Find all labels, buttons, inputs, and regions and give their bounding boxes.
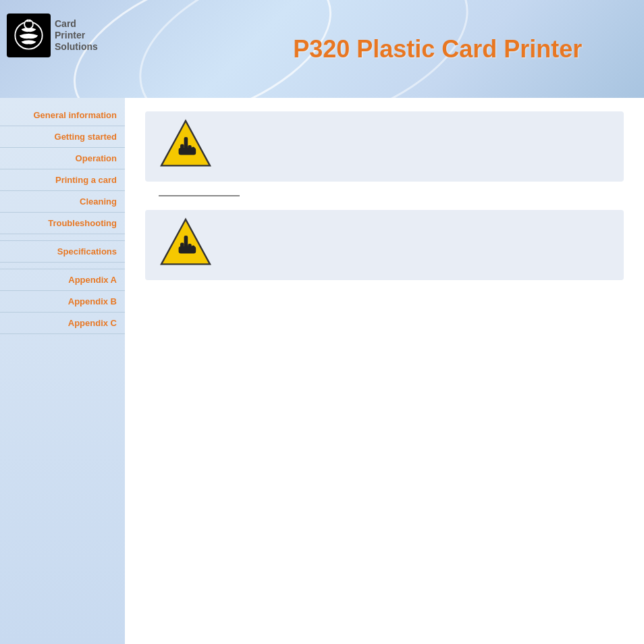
svg-rect-9	[179, 148, 196, 155]
sidebar-spacer	[0, 234, 125, 241]
warning-box-1	[145, 111, 624, 182]
zebra-logo-svg	[10, 17, 47, 54]
sidebar-item-appendix-c[interactable]: Appendix C	[0, 313, 125, 334]
logo-line3: Solutions	[55, 41, 98, 53]
svg-rect-15	[179, 246, 196, 253]
page-title: P320 Plastic Card Printer	[293, 35, 582, 63]
zebra-logo	[7, 14, 51, 57]
sidebar-item-cleaning[interactable]: Cleaning	[0, 191, 125, 213]
sidebar-item-appendix-b[interactable]: Appendix B	[0, 291, 125, 313]
sidebar-item-specifications[interactable]: Specifications	[0, 241, 125, 263]
svg-rect-5	[184, 137, 188, 149]
sidebar-spacer-2	[0, 263, 125, 269]
sidebar-item-troubleshooting[interactable]: Troubleshooting	[0, 213, 125, 234]
sidebar-item-appendix-a[interactable]: Appendix A	[0, 269, 125, 291]
page-header: Card Printer Solutions P320 Plastic Card…	[0, 0, 644, 98]
logo-text: Card Printer Solutions	[55, 18, 98, 52]
warning-box-2	[145, 210, 624, 280]
sidebar-item-operation[interactable]: Operation	[0, 148, 125, 169]
content-area	[125, 98, 644, 644]
main-layout: General information Getting started Oper…	[0, 98, 644, 644]
logo-line2: Printer	[55, 30, 98, 41]
sidebar: General information Getting started Oper…	[0, 98, 125, 644]
logo-line1: Card	[55, 18, 98, 30]
sidebar-item-getting-started[interactable]: Getting started	[0, 126, 125, 148]
logo-area: Card Printer Solutions	[7, 14, 98, 57]
warning-icon-2	[159, 217, 213, 273]
sidebar-item-printing-a-card[interactable]: Printing a card	[0, 169, 125, 191]
svg-rect-11	[184, 236, 188, 248]
content-separator	[159, 195, 240, 196]
warning-icon-1	[159, 118, 213, 175]
sidebar-item-general-information[interactable]: General information	[0, 105, 125, 126]
